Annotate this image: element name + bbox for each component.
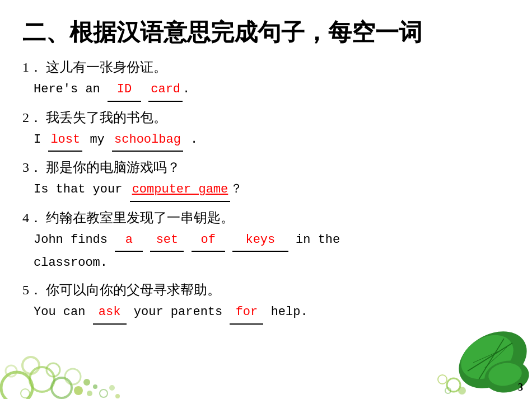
item-1-chinese-text: 这儿有一张身份证。 — [46, 60, 167, 74]
item-4-chinese: 4． 约翰在教室里发现了一串钥匙。 — [22, 209, 510, 227]
slide: 二、根据汉语意思完成句子，每空一词 1． 这儿有一张身份证。 Here's an… — [0, 0, 532, 399]
item-4-john: John finds — [34, 233, 115, 247]
svg-point-0 — [1, 372, 32, 399]
svg-point-10 — [21, 389, 30, 398]
svg-line-18 — [479, 339, 504, 379]
item-4: 4． 约翰在教室里发现了一串钥匙。 John finds a set of ke… — [22, 209, 510, 274]
svg-point-13 — [109, 385, 115, 391]
item-1-text-before: Here's an — [34, 82, 108, 96]
item-3: 3． 那是你的电脑游戏吗？ Is that your computer game… — [22, 158, 510, 202]
svg-point-25 — [458, 387, 466, 395]
item-1-chinese: 1． 这儿有一张身份证。 — [22, 58, 510, 76]
item-4-chinese-text: 约翰在教室里发现了一串钥匙。 — [46, 210, 234, 225]
svg-point-24 — [438, 375, 447, 384]
item-1-english: Here's an ID card. — [34, 78, 510, 102]
item-5-chinese: 5． 你可以向你的父母寻求帮助。 — [22, 281, 510, 299]
item-5: 5． 你可以向你的父母寻求帮助。 You can ask your parent… — [22, 281, 510, 325]
item-3-answer-1: computer game — [130, 179, 231, 202]
item-5-answer-2: for — [230, 301, 263, 325]
item-3-english: Is that your computer game？ — [34, 179, 510, 202]
page-number: 3 — [518, 382, 523, 393]
item-4-answer-2: set — [150, 229, 184, 252]
svg-point-5 — [74, 386, 83, 395]
svg-point-26 — [445, 388, 451, 393]
item-2-chinese-text: 我丢失了我的书包。 — [46, 110, 167, 125]
slide-title: 二、根据汉语意思完成句子，每空一词 — [22, 17, 510, 48]
item-3-number: 3． — [22, 160, 43, 175]
item-5-parents: your parents — [127, 305, 230, 319]
svg-point-11 — [65, 369, 81, 384]
svg-point-3 — [52, 378, 72, 398]
svg-point-21 — [482, 357, 532, 396]
item-3-text: Is that your — [34, 182, 130, 196]
svg-point-14 — [115, 394, 120, 398]
item-3-chinese: 3． 那是你的电脑游戏吗？ — [22, 158, 510, 176]
svg-point-12 — [100, 389, 108, 397]
item-1-number: 1． — [22, 60, 43, 74]
item-2-chinese: 2． 我丢失了我的书包。 — [22, 109, 510, 126]
item-5-chinese-text: 你可以向你的父母寻求帮助。 — [46, 283, 221, 297]
item-4-answer-4: keys — [232, 229, 288, 252]
item-4-line2: classroom. — [34, 252, 510, 274]
item-2-number: 2． — [22, 110, 43, 125]
item-4-space1 — [143, 233, 150, 247]
item-2-answer-1: lost — [48, 129, 82, 152]
item-2-english: I lost my schoolbag . — [34, 129, 510, 152]
svg-point-23 — [447, 378, 460, 392]
item-4-in: in the — [288, 233, 340, 247]
item-1-answer-1: ID — [108, 78, 141, 102]
svg-line-19 — [473, 351, 498, 363]
item-4-answer-3: of — [192, 229, 225, 252]
svg-point-2 — [22, 357, 39, 374]
item-5-answer-1: ask — [93, 301, 127, 325]
svg-point-6 — [83, 379, 90, 386]
item-2-my: my — [82, 133, 112, 147]
item-1: 1． 这儿有一张身份证。 Here's an ID card. — [22, 58, 510, 102]
svg-line-17 — [468, 343, 512, 371]
item-5-you: You can — [34, 305, 93, 319]
item-1-answer-2: card — [148, 78, 183, 102]
item-2: 2． 我丢失了我的书包。 I lost my schoolbag . — [22, 109, 510, 152]
item-3-question: ？ — [230, 182, 242, 196]
item-4-space2 — [184, 233, 191, 247]
item-4-answer-1: a — [115, 229, 143, 252]
svg-line-20 — [484, 348, 507, 368]
item-5-english: You can ask your parents for help. — [34, 301, 510, 325]
item-2-period: . — [183, 133, 198, 147]
svg-point-9 — [6, 365, 17, 377]
item-4-space3 — [225, 233, 232, 247]
item-2-answer-2: schoolbag — [112, 129, 183, 152]
svg-point-16 — [453, 326, 521, 388]
item-5-number: 5． — [22, 283, 43, 297]
item-1-period: . — [183, 82, 190, 96]
svg-point-1 — [30, 367, 54, 392]
item-5-help: help. — [263, 305, 307, 319]
item-3-chinese-text: 那是你的电脑游戏吗？ — [46, 160, 180, 175]
svg-point-4 — [46, 363, 60, 377]
item-4-english: John finds a set of keys in the classroo… — [34, 229, 510, 274]
item-4-number: 4． — [22, 210, 43, 225]
svg-point-8 — [93, 384, 97, 389]
svg-point-7 — [87, 391, 92, 396]
item-2-i: I — [34, 133, 48, 147]
